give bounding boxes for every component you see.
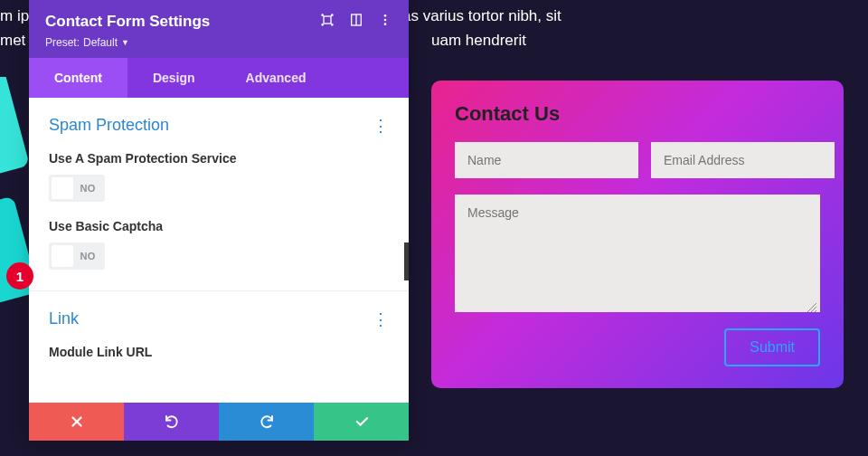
svg-point-2 xyxy=(332,14,333,15)
cancel-button[interactable] xyxy=(29,403,124,441)
tab-advanced[interactable]: Advanced xyxy=(221,58,332,98)
email-field[interactable] xyxy=(651,142,835,178)
field-label-basic-captcha: Use Basic Captcha xyxy=(49,219,389,233)
save-button[interactable] xyxy=(314,403,409,441)
section-spam-protection: Spam Protection ⋮ Use A Spam Protection … xyxy=(29,98,409,291)
section-title: Link xyxy=(49,309,79,328)
scrollbar-thumb[interactable] xyxy=(404,242,409,280)
toggle-basic-captcha[interactable]: NO xyxy=(49,242,105,270)
tab-design[interactable]: Design xyxy=(127,58,221,98)
name-field[interactable] xyxy=(455,142,638,178)
chevron-down-icon: ▼ xyxy=(121,38,129,47)
more-icon[interactable] xyxy=(378,13,392,31)
toggle-knob xyxy=(52,177,73,199)
toggle-state: NO xyxy=(73,183,102,194)
svg-rect-0 xyxy=(324,16,331,24)
toggle-knob xyxy=(52,245,73,267)
section-options-icon[interactable]: ⋮ xyxy=(373,118,389,134)
message-field[interactable] xyxy=(455,195,820,312)
step-marker-1: 1 xyxy=(6,262,33,290)
section-title: Spam Protection xyxy=(49,116,169,135)
layout-icon[interactable] xyxy=(349,13,363,31)
preset-value: Default xyxy=(83,36,118,49)
svg-point-3 xyxy=(322,24,323,25)
svg-point-1 xyxy=(322,14,323,15)
toggle-state: NO xyxy=(73,251,102,261)
contact-form-preview: Contact Us Submit xyxy=(431,81,844,388)
settings-panel: Contact Form Settings Preset: Default ▼ … xyxy=(29,0,409,441)
panel-tabs: Content Design Advanced xyxy=(29,58,409,98)
preset-selector[interactable]: Preset: Default ▼ xyxy=(45,36,392,49)
section-link: Link ⋮ Module Link URL xyxy=(29,291,409,386)
expand-icon[interactable] xyxy=(320,13,335,31)
submit-button[interactable]: Submit xyxy=(724,328,820,366)
toggle-spam-service[interactable]: NO xyxy=(49,175,105,202)
redo-button[interactable] xyxy=(219,403,314,441)
svg-point-7 xyxy=(384,14,387,17)
field-label-spam-service: Use A Spam Protection Service xyxy=(49,151,389,166)
resize-grip-icon xyxy=(807,303,816,312)
panel-body: Spam Protection ⋮ Use A Spam Protection … xyxy=(29,98,409,403)
panel-title: Contact Form Settings xyxy=(45,13,320,31)
tab-content[interactable]: Content xyxy=(29,58,127,98)
form-title: Contact Us xyxy=(455,102,820,126)
panel-header: Contact Form Settings Preset: Default ▼ xyxy=(29,0,409,58)
svg-point-9 xyxy=(384,23,387,25)
preset-label: Preset: xyxy=(45,36,80,49)
field-label-module-link-url: Module Link URL xyxy=(49,345,389,359)
svg-point-8 xyxy=(384,19,387,22)
svg-point-4 xyxy=(332,24,333,25)
undo-button[interactable] xyxy=(124,403,219,441)
panel-footer xyxy=(29,403,409,441)
section-options-icon[interactable]: ⋮ xyxy=(373,311,389,328)
